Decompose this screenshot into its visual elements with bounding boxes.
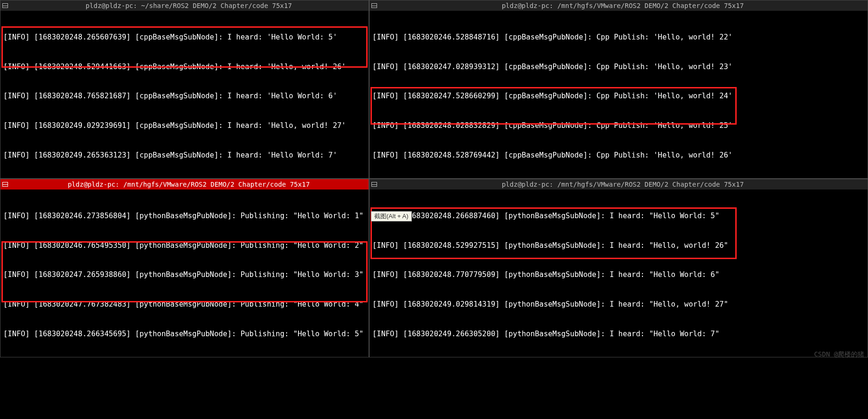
screenshot-tooltip: 截图(Alt + A)	[371, 211, 412, 221]
log-line: [INFO] [1683020248.770779509] [pythonBas…	[372, 270, 865, 280]
watermark: CSDN @爬楼的猪	[814, 350, 864, 359]
pane-top-left[interactable]: pldz@pldz-pc: ~/share/ROS2_DEMO/2_Chapte…	[0, 0, 369, 179]
terminal-output[interactable]: [INFO] [1683020248.265607639] [cppBaseMs…	[0, 11, 369, 179]
pane-bottom-left[interactable]: pldz@pldz-pc: /mnt/hgfs/VMware/ROS2_DEMO…	[0, 179, 369, 357]
log-line: [INFO] [1683020247.265938860] [pythonBas…	[3, 270, 366, 280]
titlebar-text: pldz@pldz-pc: /mnt/hgfs/VMware/ROS2_DEMO…	[11, 181, 367, 188]
log-line: [INFO] [1683020248.529441663] [cppBaseMs…	[3, 62, 366, 72]
log-line: [INFO] [1683020248.529927515] [pythonBas…	[372, 241, 865, 251]
terminal-output[interactable]: [INFO] [1683020246.273856804] [pythonBas…	[0, 190, 369, 357]
log-line: [INFO] [1683020248.028832829] [cppBaseMs…	[372, 121, 865, 131]
titlebar-text: pldz@pldz-pc: /mnt/hgfs/VMware/ROS2_DEMO…	[380, 2, 866, 9]
pane-icon	[2, 182, 8, 187]
terminal-output[interactable]: [INFO] [1683020246.528848716] [cppBaseMs…	[370, 11, 868, 179]
titlebar-text: pldz@pldz-pc: ~/share/ROS2_DEMO/2_Chapte…	[11, 2, 367, 9]
log-line: [INFO] [1683020248.528769442] [cppBaseMs…	[372, 150, 865, 160]
log-line: [INFO] [1683020249.265363123] [cppBaseMs…	[3, 150, 366, 160]
log-line: [INFO] [1683020246.765495350] [pythonBas…	[3, 241, 366, 251]
log-line: [INFO] [1683020249.266305200] [pythonBas…	[372, 329, 865, 339]
log-line: [INFO] [1683020248.265607639] [cppBaseMs…	[3, 32, 366, 42]
log-line: [INFO] [1683020247.028939312] [cppBaseMs…	[372, 62, 865, 72]
titlebar[interactable]: pldz@pldz-pc: /mnt/hgfs/VMware/ROS2_DEMO…	[0, 179, 369, 190]
log-line: [INFO] [1683020248.266887460] [pythonBas…	[372, 211, 865, 221]
split-horizontal[interactable]	[0, 179, 868, 179]
titlebar[interactable]: pldz@pldz-pc: /mnt/hgfs/VMware/ROS2_DEMO…	[370, 0, 868, 11]
log-line: [INFO] [1683020248.765821687] [cppBaseMs…	[3, 91, 366, 101]
pane-icon	[2, 3, 8, 8]
log-line: [INFO] [1683020247.767382483] [pythonBas…	[3, 300, 366, 309]
pane-icon	[371, 3, 377, 8]
log-line: [INFO] [1683020249.029239691] [cppBaseMs…	[3, 121, 366, 131]
log-line: [INFO] [1683020248.266345695] [pythonBas…	[3, 329, 366, 339]
log-line: [INFO] [1683020249.029814319] [pythonBas…	[372, 300, 865, 309]
pane-top-right[interactable]: pldz@pldz-pc: /mnt/hgfs/VMware/ROS2_DEMO…	[369, 0, 868, 179]
titlebar-text: pldz@pldz-pc: /mnt/hgfs/VMware/ROS2_DEMO…	[380, 181, 866, 188]
terminal-output[interactable]: [INFO] [1683020248.266887460] [pythonBas…	[370, 190, 868, 357]
log-line: [INFO] [1683020246.528848716] [cppBaseMs…	[372, 32, 865, 42]
log-line: [INFO] [1683020246.273856804] [pythonBas…	[3, 211, 366, 221]
pane-icon	[371, 182, 377, 187]
log-line: [INFO] [1683020247.528660299] [cppBaseMs…	[372, 91, 865, 101]
titlebar[interactable]: pldz@pldz-pc: ~/share/ROS2_DEMO/2_Chapte…	[0, 0, 369, 11]
pane-bottom-right[interactable]: pldz@pldz-pc: /mnt/hgfs/VMware/ROS2_DEMO…	[369, 179, 868, 357]
titlebar[interactable]: pldz@pldz-pc: /mnt/hgfs/VMware/ROS2_DEMO…	[370, 179, 868, 190]
